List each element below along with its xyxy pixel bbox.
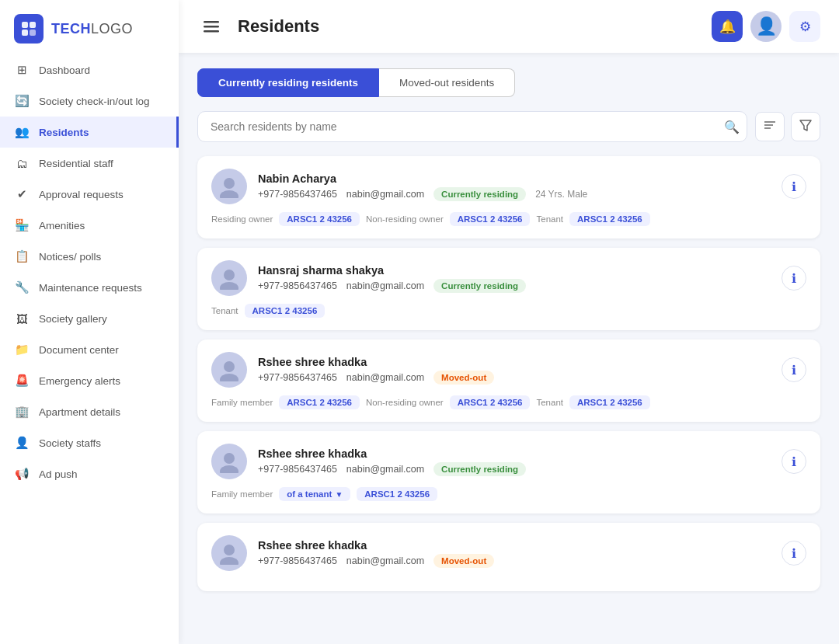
resident-meta: +977-9856437465 nabin@gmail.com Moved-ou… [258,371,771,385]
svg-point-13 [224,270,235,280]
resident-header: Rshee shree khadka +977-9856437465 nabin… [211,352,806,388]
chevron-down-icon: ▼ [335,490,343,499]
resident-meta: +977-9856437465 nabin@gmail.com Currentl… [258,462,771,476]
tag-label: Tenant [536,214,563,224]
resident-header: Rshee shree khadka +977-9856437465 nabin… [211,535,806,571]
tag-pill: ARSC1 2 43256 [569,212,650,226]
sidebar-item-amenities[interactable]: 🏪 Amenities [0,210,179,241]
info-icon: ℹ [792,546,796,561]
menu-button[interactable] [197,12,225,40]
avatar-icon: 👤 [756,16,777,37]
tag-pill: ARSC1 2 43256 [569,395,650,409]
sidebar-item-society-staffs[interactable]: 👤 Society staffs [0,427,179,458]
logo-text: TECHLOGO [51,21,133,37]
tag-pill: ARSC1 2 43256 [245,304,326,318]
search-input[interactable] [197,111,747,142]
sidebar-item-residents[interactable]: 👥 Residents [0,117,179,148]
resident-info-button-r3[interactable]: ℹ [782,357,806,382]
resident-phone: +977-9856437465 [258,555,337,566]
sidebar-item-apartment-details[interactable]: 🏢 Apartment details [0,396,179,427]
header: Residents 🔔 👤 ⚙ [179,0,839,53]
sidebar-item-approval-requests[interactable]: ✔ Approval requests [0,179,179,210]
svg-rect-0 [22,22,28,28]
sidebar: TECHLOGO ⊞ Dashboard 🔄 Society check-in/… [0,0,179,644]
resident-card-r5: Rshee shree khadka +977-9856437465 nabin… [197,523,820,591]
sidebar-item-emergency-alerts[interactable]: 🚨 Emergency alerts [0,365,179,396]
tag-label: Family member [211,398,273,407]
resident-tags: Residing owner ARSC1 2 43256 Non-residin… [211,212,806,226]
resident-email: nabin@gmail.com [346,464,424,475]
residents-tabs: Currently residing residentsMoved-out re… [197,68,820,97]
resident-tags: Family member of a tenant ▼ ARSC1 2 4325… [211,487,806,501]
svg-point-11 [224,178,235,189]
resident-name: Rshee shree khadka [258,539,771,552]
tab-currently-residing[interactable]: Currently residing residents [197,68,379,97]
filter-icon [799,118,813,135]
svg-rect-6 [204,30,219,33]
svg-marker-10 [800,120,811,131]
sidebar-item-dashboard[interactable]: ⊞ Dashboard [0,54,179,85]
settings-button[interactable]: ⚙ [789,11,820,42]
nav-label-society-staffs: Society staffs [39,437,101,449]
svg-rect-5 [204,26,219,28]
sidebar-item-maintenance-requests[interactable]: 🔧 Maintenance requests [0,272,179,303]
nav-label-residential-staff: Residential staff [39,158,113,169]
bell-icon: 🔔 [719,19,736,35]
resident-avatar [211,260,247,296]
avatar-button[interactable]: 👤 [750,11,782,42]
nav-label-society-gallery: Society gallery [39,313,107,325]
resident-info: Nabin Acharya +977-9856437465 nabin@gmai… [258,172,771,201]
nav-icon-emergency-alerts: 🚨 [14,373,30,388]
resident-name: Rshee shree khadka [258,356,771,368]
info-icon: ℹ [792,454,796,469]
resident-email: nabin@gmail.com [346,189,424,200]
resident-avatar [211,352,247,388]
nav-icon-society-check-in-out: 🔄 [14,93,30,109]
tag-label: Tenant [211,306,238,315]
status-badge: Currently residing [433,187,526,201]
sidebar-item-notices-polls[interactable]: 📋 Notices/ polls [0,241,179,272]
resident-info-button-r2[interactable]: ℹ [782,266,806,291]
status-badge: Currently residing [433,462,526,476]
nav-icon-document-center: 📁 [14,342,30,357]
nav-label-dashboard: Dashboard [39,64,90,76]
sidebar-item-society-check-in-out[interactable]: 🔄 Society check-in/out log [0,85,179,117]
nav-label-ad-push: Ad push [39,468,78,480]
nav-label-society-check-in-out: Society check-in/out log [39,96,150,107]
sort-icon [763,118,777,135]
resident-info-button-r1[interactable]: ℹ [782,174,806,199]
sidebar-item-society-gallery[interactable]: 🖼 Society gallery [0,303,179,334]
sidebar-item-ad-push[interactable]: 📢 Ad push [0,458,179,489]
tag-label: Family member [211,489,273,499]
resident-phone: +977-9856437465 [258,372,337,383]
nav-icon-approval-requests: ✔ [14,186,30,202]
tenant-dropdown[interactable]: of a tenant ▼ [279,487,350,501]
filter-button[interactable] [791,112,820,141]
resident-card-r1: Nabin Acharya +977-9856437465 nabin@gmai… [197,156,820,238]
notification-button[interactable]: 🔔 [712,11,743,42]
svg-rect-1 [30,22,36,28]
resident-info-button-r5[interactable]: ℹ [782,541,806,566]
svg-point-16 [220,374,238,381]
resident-info-button-r4[interactable]: ℹ [782,449,806,474]
search-icon[interactable]: 🔍 [724,120,740,134]
svg-point-14 [220,282,238,290]
resident-name: Hansraj sharma shakya [258,264,771,277]
resident-email: nabin@gmail.com [346,372,424,383]
resident-phone: +977-9856437465 [258,189,337,200]
nav-icon-apartment-details: 🏢 [14,404,30,419]
resident-info: Rshee shree khadka +977-9856437465 nabin… [258,447,771,476]
residents-list: Nabin Acharya +977-9856437465 nabin@gmai… [197,156,820,591]
sidebar-item-residential-staff[interactable]: 🗂 Residential staff [0,148,179,179]
sidebar-item-document-center[interactable]: 📁 Document center [0,334,179,365]
tag-label: Non-residing owner [366,398,444,407]
resident-card-r4: Rshee shree khadka +977-9856437465 nabin… [197,431,820,513]
sidebar-logo: TECHLOGO [0,0,179,54]
nav-label-amenities: Amenities [39,220,85,231]
filter-buttons [755,112,820,141]
sort-button[interactable] [755,112,785,141]
nav-label-notices-polls: Notices/ polls [39,251,101,263]
tab-moved-out[interactable]: Moved-out residents [379,68,515,97]
tag-label: Tenant [536,398,563,407]
resident-card-r3: Rshee shree khadka +977-9856437465 nabin… [197,339,820,422]
